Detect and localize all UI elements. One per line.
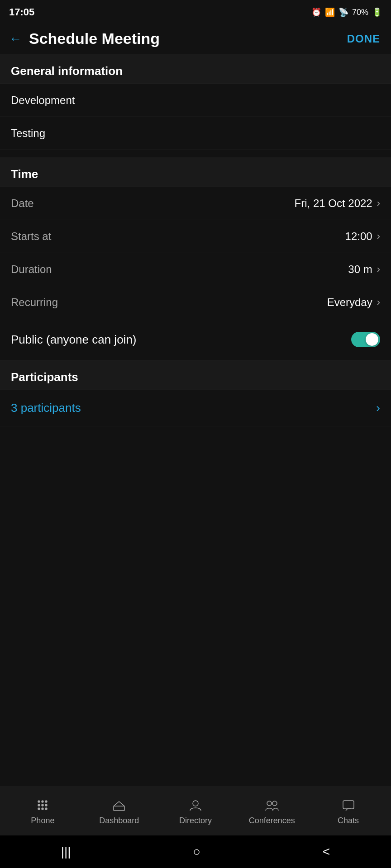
starts-at-label: Starts at — [11, 230, 51, 243]
time-section-header: Time — [0, 157, 391, 187]
battery-level: 70% — [352, 8, 368, 17]
signal-icon: 📡 — [339, 7, 348, 17]
nav-item-phone[interactable]: Phone — [5, 798, 81, 826]
header-left: ← Schedule Meeting — [9, 30, 160, 47]
duration-chevron-icon: › — [377, 264, 380, 275]
participants-row[interactable]: 3 participants › — [0, 390, 391, 426]
svg-point-6 — [38, 808, 40, 810]
general-info-label: General information — [11, 64, 123, 78]
done-button[interactable]: DONE — [347, 33, 380, 45]
back-nav-button[interactable]: < — [323, 844, 330, 859]
recent-apps-button[interactable]: ||| — [61, 844, 71, 859]
recurring-value: Everyday — [327, 296, 372, 309]
duration-value: 30 m — [348, 263, 372, 276]
chats-icon — [341, 798, 356, 812]
battery-icon: 🔋 — [372, 7, 382, 17]
duration-label: Duration — [11, 263, 52, 276]
wifi-icon: 📶 — [325, 7, 335, 17]
page-title: Schedule Meeting — [29, 30, 160, 47]
status-time: 17:05 — [9, 6, 34, 18]
status-icons: ⏰ 📶 📡 70% 🔋 — [311, 7, 382, 17]
recurring-chevron-icon: › — [377, 297, 380, 308]
date-row[interactable]: Date Fri, 21 Oct 2022 › — [0, 187, 391, 220]
nav-chats-label: Chats — [338, 816, 359, 826]
system-nav: ||| ○ < — [0, 835, 391, 868]
svg-point-7 — [42, 808, 43, 810]
svg-point-10 — [193, 801, 198, 806]
nav-conferences-label: Conferences — [249, 816, 295, 826]
svg-rect-13 — [343, 801, 354, 809]
nav-dashboard-label: Dashboard — [99, 816, 139, 826]
alarm-icon: ⏰ — [311, 7, 321, 17]
content-spacer — [0, 426, 391, 786]
participants-label: Participants — [11, 370, 78, 384]
duration-value-container: 30 m › — [348, 263, 380, 276]
home-button[interactable]: ○ — [193, 844, 200, 859]
recurring-label: Recurring — [11, 296, 58, 309]
svg-point-4 — [42, 804, 43, 806]
participants-section-header: Participants — [0, 360, 391, 390]
svg-point-2 — [45, 801, 47, 802]
svg-point-12 — [272, 801, 277, 806]
development-row[interactable]: Development — [0, 84, 391, 117]
nav-directory-label: Directory — [179, 816, 212, 826]
general-info-section-header: General information — [0, 54, 391, 84]
development-value: Development — [11, 94, 75, 106]
testing-row[interactable]: Testing — [0, 117, 391, 150]
starts-at-chevron-icon: › — [377, 231, 380, 242]
testing-value: Testing — [11, 127, 45, 139]
toggle-knob — [366, 333, 378, 346]
participants-count: 3 participants — [11, 401, 81, 415]
starts-at-row[interactable]: Starts at 12:00 › — [0, 220, 391, 253]
phone-icon — [35, 798, 50, 812]
svg-point-0 — [38, 801, 40, 802]
date-value: Fri, 21 Oct 2022 — [295, 197, 372, 210]
participants-chevron-icon: › — [376, 401, 380, 415]
page-header: ← Schedule Meeting DONE — [0, 24, 391, 54]
dashboard-icon — [112, 798, 126, 812]
nav-phone-label: Phone — [31, 816, 54, 826]
date-label: Date — [11, 197, 34, 210]
conferences-icon — [265, 798, 279, 812]
svg-point-3 — [38, 804, 40, 806]
recurring-value-container: Everyday › — [327, 296, 380, 309]
date-value-container: Fri, 21 Oct 2022 › — [295, 197, 380, 210]
directory-icon — [188, 798, 203, 812]
public-toggle-row: Public (anyone can join) — [0, 319, 391, 360]
svg-point-1 — [42, 801, 43, 802]
svg-rect-9 — [114, 806, 124, 811]
svg-point-11 — [267, 801, 272, 806]
starts-at-value-container: 12:00 › — [345, 230, 380, 243]
starts-at-value: 12:00 — [345, 230, 372, 243]
svg-point-8 — [45, 808, 47, 810]
date-chevron-icon: › — [377, 198, 380, 209]
bottom-nav: Phone Dashboard Directory Conferences — [0, 786, 391, 835]
time-section-label: Time — [11, 167, 38, 181]
svg-point-5 — [45, 804, 47, 806]
nav-item-directory[interactable]: Directory — [157, 798, 234, 826]
nav-item-conferences[interactable]: Conferences — [234, 798, 310, 826]
status-bar: 17:05 ⏰ 📶 📡 70% 🔋 — [0, 0, 391, 24]
duration-row[interactable]: Duration 30 m › — [0, 253, 391, 286]
nav-item-dashboard[interactable]: Dashboard — [81, 798, 157, 826]
public-toggle-label: Public (anyone can join) — [11, 333, 137, 347]
nav-item-chats[interactable]: Chats — [310, 798, 386, 826]
back-button[interactable]: ← — [9, 32, 22, 46]
public-toggle-switch[interactable] — [351, 332, 380, 347]
recurring-row[interactable]: Recurring Everyday › — [0, 286, 391, 319]
